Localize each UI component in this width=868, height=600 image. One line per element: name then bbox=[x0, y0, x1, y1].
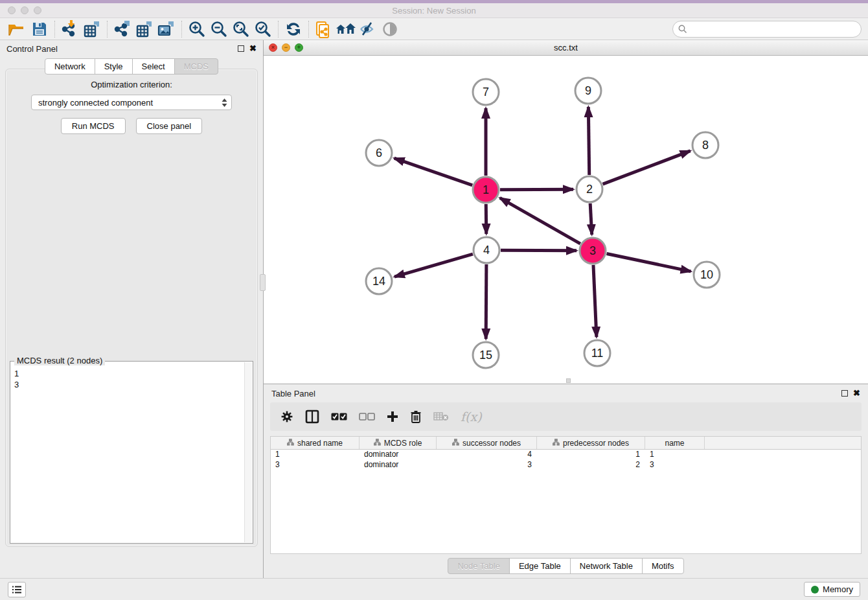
search-input[interactable] bbox=[672, 21, 862, 38]
table-cell[interactable]: 2 bbox=[537, 460, 645, 470]
mcds-result-list[interactable]: 1 3 bbox=[14, 368, 244, 542]
close-table-panel-icon[interactable]: ✖ bbox=[853, 390, 860, 397]
graph-node-label-1: 1 bbox=[483, 183, 489, 196]
table-settings-gear-icon[interactable] bbox=[280, 407, 293, 426]
float-panel-icon[interactable] bbox=[238, 45, 244, 52]
tab-node-table[interactable]: Node Table bbox=[448, 558, 510, 574]
main-titlebar[interactable]: Session: New Session bbox=[0, 3, 868, 18]
export-image-icon[interactable] bbox=[155, 19, 177, 39]
toolbar-separator bbox=[54, 21, 55, 38]
network-graph[interactable]: 7968124314101511 bbox=[264, 56, 867, 381]
export-network-icon[interactable] bbox=[111, 19, 133, 39]
table-cell[interactable]: 4 bbox=[437, 450, 537, 460]
table-cell[interactable]: 1 bbox=[271, 450, 360, 460]
edge-1-to-2[interactable] bbox=[500, 189, 573, 190]
edge-2-to-3[interactable] bbox=[590, 203, 592, 235]
table-cell[interactable]: 3 bbox=[437, 460, 537, 470]
table-panel-header: Table Panel ✖ bbox=[264, 384, 868, 402]
list-icon bbox=[12, 585, 22, 594]
result-scrollbar[interactable] bbox=[244, 362, 252, 542]
table-row[interactable]: 1dominator411 bbox=[271, 450, 861, 460]
edge-3-to-11[interactable] bbox=[593, 265, 597, 337]
run-mcds-button[interactable]: Run MCDS bbox=[61, 118, 126, 134]
zoom-in-icon[interactable] bbox=[186, 19, 208, 39]
mcds-panel: Optimization criterion: strongly connect… bbox=[5, 69, 258, 547]
edge-4-to-14[interactable] bbox=[394, 254, 473, 277]
close-panel-icon[interactable]: ✖ bbox=[249, 45, 257, 52]
column-header-predecessor-nodes[interactable]: predecessor nodes bbox=[537, 437, 645, 449]
deselect-all-icon[interactable] bbox=[359, 407, 375, 426]
tab-style[interactable]: Style bbox=[95, 58, 133, 75]
select-all-icon[interactable] bbox=[331, 407, 347, 426]
criterion-select[interactable]: strongly connected component bbox=[31, 95, 232, 110]
memory-status-icon bbox=[811, 586, 819, 594]
apply-layout-icon[interactable] bbox=[282, 19, 304, 39]
status-bar: Memory bbox=[0, 578, 868, 600]
hide-selected-icon[interactable] bbox=[357, 19, 379, 39]
table-cell[interactable]: dominator bbox=[360, 460, 437, 470]
network-window-titlebar[interactable]: × − + scc.txt bbox=[264, 40, 868, 56]
add-column-icon[interactable] bbox=[387, 407, 398, 426]
panel-splitter-grip[interactable] bbox=[566, 378, 571, 383]
edge-2-to-8[interactable] bbox=[603, 151, 691, 184]
table-cell[interactable]: 1 bbox=[537, 450, 645, 460]
task-history-button[interactable] bbox=[8, 582, 26, 597]
tree-hierarchy-icon bbox=[553, 439, 560, 448]
edge-3-to-10[interactable] bbox=[607, 254, 691, 271]
zoom-out-icon[interactable] bbox=[208, 19, 230, 39]
close-panel-button[interactable]: Close panel bbox=[136, 118, 203, 134]
column-header-successor-nodes[interactable]: successor nodes bbox=[437, 437, 537, 449]
maximize-network-icon[interactable]: + bbox=[295, 43, 303, 52]
close-network-icon[interactable]: × bbox=[269, 43, 277, 52]
edge-4-to-3[interactable] bbox=[501, 250, 577, 251]
import-table-icon[interactable] bbox=[81, 19, 103, 39]
graph-node-label-6: 6 bbox=[376, 146, 382, 159]
graph-node-label-4: 4 bbox=[483, 244, 490, 257]
network-canvas[interactable]: 7968124314101511 bbox=[264, 56, 868, 384]
new-network-from-selection-icon[interactable] bbox=[313, 19, 335, 39]
delete-column-icon[interactable] bbox=[410, 407, 422, 426]
graph-node-label-11: 11 bbox=[591, 347, 604, 360]
table-cell[interactable]: dominator bbox=[360, 450, 437, 460]
column-header-name[interactable]: name bbox=[645, 437, 705, 449]
tab-edge-table[interactable]: Edge Table bbox=[509, 558, 571, 574]
table-cell[interactable]: 3 bbox=[271, 460, 360, 470]
table-row[interactable]: 3dominator323 bbox=[271, 460, 861, 470]
search-icon bbox=[678, 25, 687, 36]
edge-3-to-1[interactable] bbox=[500, 198, 580, 244]
zoom-fit-icon[interactable] bbox=[230, 19, 252, 39]
graph-node-label-14: 14 bbox=[372, 275, 385, 288]
mcds-result-title: MCDS result (2 nodes) bbox=[14, 356, 105, 365]
tab-motifs[interactable]: Motifs bbox=[642, 558, 684, 574]
memory-button[interactable]: Memory bbox=[804, 582, 860, 597]
export-table-icon[interactable] bbox=[133, 19, 155, 39]
edge-4-to-15[interactable] bbox=[486, 264, 486, 339]
tab-network-table[interactable]: Network Table bbox=[570, 558, 643, 574]
graph-node-label-9: 9 bbox=[585, 84, 591, 97]
edge-2-to-9[interactable] bbox=[588, 107, 589, 175]
function-builder-icon: f(x) bbox=[461, 407, 482, 426]
graph-node-label-15: 15 bbox=[479, 349, 492, 362]
import-network-icon[interactable] bbox=[59, 19, 81, 39]
column-layout-icon[interactable] bbox=[305, 407, 319, 426]
column-header-MCDS-role[interactable]: MCDS role bbox=[360, 437, 437, 449]
float-table-panel-icon[interactable] bbox=[841, 390, 848, 397]
show-all-icon[interactable] bbox=[335, 19, 357, 39]
column-header-shared-name[interactable]: shared name bbox=[271, 437, 360, 449]
table-tabs: Node TableEdge TableNetwork TableMotifs bbox=[264, 558, 868, 574]
zoom-selected-icon[interactable] bbox=[252, 19, 274, 39]
save-session-icon[interactable] bbox=[29, 19, 51, 39]
minimize-network-icon[interactable]: − bbox=[282, 43, 290, 52]
table-cell[interactable]: 3 bbox=[645, 460, 705, 470]
tree-hierarchy-icon bbox=[452, 439, 459, 448]
table-cell[interactable]: 1 bbox=[645, 450, 705, 460]
session-title: Session: New Session bbox=[0, 6, 868, 16]
tab-select[interactable]: Select bbox=[132, 58, 175, 75]
application-window: Session: New Session Control Panel ✖ Net… bbox=[0, 0, 868, 600]
vertical-splitter-handle[interactable] bbox=[260, 274, 266, 291]
tab-mcds[interactable]: MCDS bbox=[174, 58, 218, 75]
tab-network[interactable]: Network bbox=[45, 58, 95, 75]
open-file-icon[interactable] bbox=[6, 19, 29, 39]
toolbar-separator bbox=[181, 21, 182, 38]
edge-1-to-6[interactable] bbox=[394, 158, 473, 185]
